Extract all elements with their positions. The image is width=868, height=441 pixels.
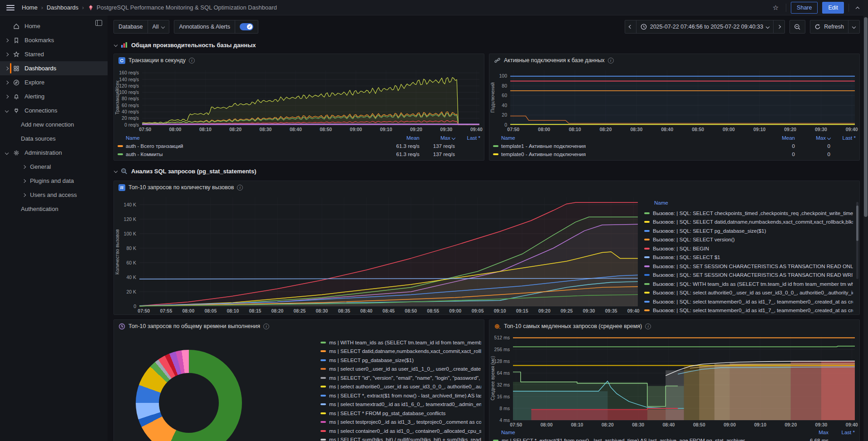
legend-row[interactable]: auth - Всего транзакций 61.3 req/s 137 r… [118, 142, 480, 150]
section-sql-analysis[interactable]: Анализ SQL запросов (pg_stat_statements) [114, 164, 860, 178]
collapse-topbar-icon[interactable] [853, 3, 862, 12]
sidebar-item-authentication[interactable]: Authentication [0, 202, 108, 216]
dashboards-grid-icon [12, 65, 21, 72]
panel-title[interactable]: Топ-10 запросов по количеству вызовов [128, 184, 234, 191]
menu-icon[interactable] [6, 5, 15, 10]
page-scrollbar[interactable] [863, 0, 868, 441]
legend-row[interactable]: ms | SELECT * FROM pg_stat_database_conf… [321, 409, 481, 418]
legend-header-mean[interactable]: Mean [760, 135, 795, 141]
legend-row[interactable]: ms | select teamextrad0_.id as id1_6_0_,… [321, 400, 481, 409]
legend-row[interactable]: ms | SELECT *, extract($1 from now() - l… [321, 391, 481, 400]
legend-row[interactable]: ms | select container0_.id as id1_0_, co… [321, 426, 481, 436]
legend-row[interactable]: ms | SELECT datid,datname,numbackends,xa… [321, 347, 481, 356]
legend-header-max[interactable]: Max [788, 430, 829, 435]
compass-icon [12, 79, 21, 86]
legend-row[interactable]: ms | select authoritie0_.user_id as user… [321, 382, 481, 392]
legend-row[interactable]: ms | SELECT "id", "version", "email", "n… [321, 373, 481, 382]
legend-row[interactable]: Вызовов: | SQL: SELECT version() [644, 235, 853, 245]
sidebar-item-users-and-access[interactable]: Users and access [0, 188, 108, 202]
legend-row[interactable]: ms | select testprojec0_.id as id1_3_, t… [321, 418, 481, 427]
legend-row[interactable]: ms | WITH team_ids as (SELECT tm.team_id… [321, 338, 481, 347]
sidebar-item-data-sources[interactable]: Data sources [0, 132, 108, 146]
annotations-toggle[interactable]: ✓ [240, 23, 253, 30]
time-range-picker[interactable]: 2025-07-22 07:46:56 to 2025-07-22 09:40:… [636, 20, 774, 33]
legend-row[interactable]: ms | SELECT *, extract($1 from now() - l… [493, 436, 855, 441]
panel-title[interactable]: Активные подключения к базе данных [504, 57, 605, 64]
star-icon[interactable]: ☆ [770, 3, 781, 13]
legend-header-last[interactable]: Last * [455, 135, 480, 141]
sidebar-item-dashboards[interactable]: Dashboards [0, 61, 108, 75]
sidebar-item-alerting[interactable]: Alerting [0, 89, 108, 103]
legend-row[interactable]: Вызовов: | SQL: WITH team_ids as (SELECT… [644, 279, 853, 289]
legend-row[interactable]: Вызовов: | SQL: BEGIN [644, 244, 853, 253]
info-icon[interactable]: i [645, 323, 651, 329]
panel-top10-by-calls: Топ-10 запросов по количеству вызовов i … [113, 181, 860, 315]
sidebar-item-explore[interactable]: Explore [0, 75, 108, 89]
legend-header-name[interactable]: Name [493, 430, 788, 435]
info-icon[interactable]: i [237, 185, 243, 191]
legend-row[interactable]: auth - Коммиты 61.3 req/s 137 req/s [118, 150, 480, 158]
legend-scrollbar[interactable] [856, 202, 858, 279]
sidebar-item-add-new-connection[interactable]: Add new connection [0, 118, 108, 132]
legend-row[interactable]: Вызовов: | SQL: select teammember0_.id a… [644, 306, 853, 315]
breadcrumb-home[interactable]: Home [22, 4, 38, 11]
total-time-donut-chart[interactable] [136, 350, 242, 441]
legend-row[interactable]: ms | SELECT sum(blks_hit) / nullif(sum(b… [321, 436, 481, 441]
legend-header-name[interactable]: Name [118, 135, 384, 141]
legend-row[interactable]: Вызовов: | SQL: SELECT $1 [644, 253, 853, 262]
info-icon[interactable]: i [263, 323, 269, 329]
zoom-out-time-button[interactable] [790, 20, 805, 33]
info-icon[interactable]: i [608, 58, 614, 64]
legend-header-last[interactable]: Last * [830, 135, 856, 141]
legend-row[interactable]: Вызовов: | SQL: SET SESSION CHARACTERIST… [644, 271, 853, 280]
database-variable-select[interactable]: All [148, 20, 169, 33]
svg-text:09:10: 09:10 [753, 127, 765, 132]
scrollbar-thumb[interactable] [864, 17, 868, 217]
legend-row[interactable]: ms | SELECT pg_database_size($1) [321, 356, 481, 365]
refresh-button[interactable]: Refresh [810, 20, 848, 33]
time-shift-forward-button[interactable] [773, 20, 784, 33]
legend-row[interactable]: Вызовов: | SQL: SELECT checkpoints_timed… [644, 209, 853, 218]
sidebar-item-administration[interactable]: Administration [0, 146, 108, 160]
legend-header-name[interactable]: Name [493, 135, 760, 141]
edit-button[interactable]: Edit [822, 2, 844, 14]
legend-row[interactable]: Вызовов: | SQL: select teammember0_.id a… [644, 297, 853, 306]
panel-title[interactable]: Топ-10 самых медленных запросов (среднее… [504, 323, 642, 329]
legend-row[interactable]: Вызовов: | SQL: SET SESSION CHARACTERIST… [644, 262, 853, 271]
series-color-swatch [644, 301, 650, 303]
connections-chart[interactable]: 02040608010007:5008:0008:1008:2008:3008:… [489, 67, 859, 133]
calls-chart[interactable]: 020 K40 K60 K80 K100 K120 K140 K07:5007:… [114, 194, 642, 314]
series-color-swatch [493, 153, 498, 155]
legend-header-last[interactable]: Last * [829, 430, 855, 435]
share-button[interactable]: Share [791, 2, 818, 14]
breadcrumb-dashboards[interactable]: Dashboards [47, 4, 79, 11]
legend-row[interactable]: grafana_datastore - Всего транзакций 18.… [118, 158, 480, 160]
legend-row[interactable]: template0 - Активные подключения 0 0 [493, 150, 856, 158]
panel-title[interactable]: Транзакции в секунду [128, 57, 186, 64]
slowest-chart[interactable]: 4 ms8 ms16 ms32 ms64 ms128 ms256 ms512 m… [489, 333, 859, 428]
refresh-interval-dropdown[interactable] [848, 20, 859, 33]
svg-text:100 req/s: 100 req/s [119, 89, 139, 95]
sidebar-item-starred[interactable]: Starred [0, 47, 108, 61]
legend-header-max[interactable]: Max [419, 135, 455, 141]
legend-header-mean[interactable]: Mean [384, 135, 419, 141]
panel-title[interactable]: Топ-10 запросов по общему времени выполн… [128, 323, 260, 329]
sidebar-item-bookmarks[interactable]: Bookmarks [0, 33, 108, 47]
legend-row[interactable]: Вызовов: | SQL: SELECT pg_database_size(… [644, 226, 853, 235]
legend-header-name[interactable]: Name [644, 200, 853, 209]
info-icon[interactable]: i [189, 58, 195, 64]
svg-text:08:40: 08:40 [290, 127, 302, 132]
legend-row[interactable]: Вызовов: | SQL: select authoritie0_.user… [644, 289, 853, 298]
section-overall-performance[interactable]: Общая производительность базы данных [114, 39, 860, 51]
sidebar-item-general[interactable]: General [0, 160, 108, 174]
sidebar-item-connections[interactable]: Connections [0, 103, 108, 118]
legend-row[interactable]: Вызовов: | SQL: SELECT datid,datname,num… [644, 218, 853, 227]
legend-row[interactable]: template1 - Активные подключения 0 0 [493, 142, 856, 150]
sidebar-item-plugins-and-data[interactable]: Plugins and data [0, 174, 108, 188]
sidebar-item-home[interactable]: Home [0, 19, 108, 33]
legend-header-max[interactable]: Max [795, 135, 830, 141]
legend-row[interactable]: ms | select user0_.user_id as user_id1_1… [321, 365, 481, 374]
time-shift-back-button[interactable] [625, 20, 636, 33]
legend-row[interactable]: postgres - Активные подключения 4 4 [493, 158, 856, 160]
tps-chart[interactable]: 0 req/s20 req/s40 req/s60 req/s80 req/s1… [114, 67, 484, 133]
